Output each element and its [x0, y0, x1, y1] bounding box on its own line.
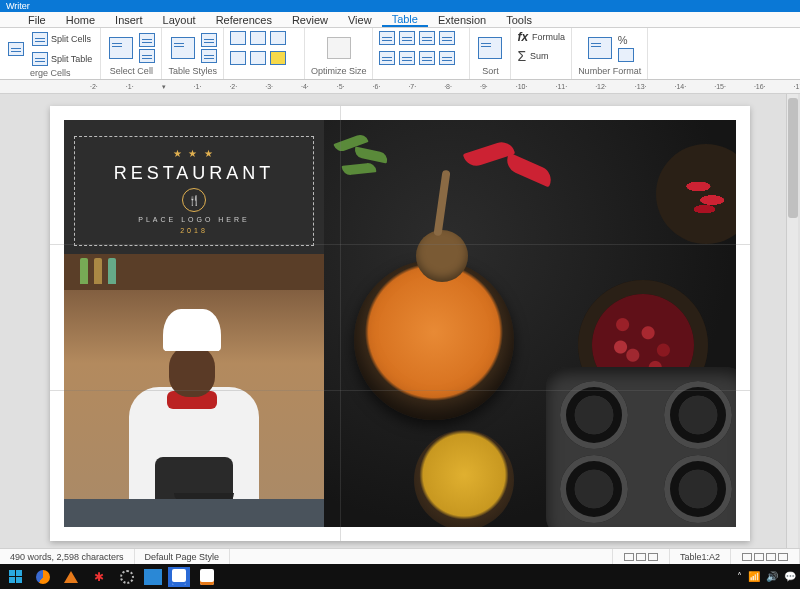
logo-stars: ★ ★ ★ [173, 148, 216, 159]
table-gridline [340, 106, 341, 541]
status-bar: 490 words, 2,598 characters Default Page… [0, 548, 800, 564]
taskbar-app-red[interactable]: ✱ [88, 567, 110, 587]
scrollbar-thumb[interactable] [788, 98, 798, 218]
align-mr-button[interactable] [419, 51, 435, 65]
merge-cells-label: erge Cells [30, 68, 71, 78]
taskbar-firefox[interactable] [32, 567, 54, 587]
menu-view[interactable]: View [338, 14, 382, 26]
formula-button[interactable]: fxFormula [517, 30, 565, 44]
table-gridline [50, 244, 750, 245]
style-opt-2[interactable] [201, 49, 217, 63]
wooden-scoop-icon [416, 230, 468, 282]
taskbar-settings[interactable] [116, 567, 138, 587]
table-styles-button[interactable] [169, 35, 197, 61]
system-tray: ˄ 📶 🔊 💬 [737, 571, 796, 582]
group-borders [224, 28, 305, 79]
split-cells-button[interactable]: Split Cells [30, 30, 94, 48]
tray-notifications-icon[interactable]: 💬 [784, 571, 796, 582]
menu-file[interactable]: File [18, 14, 56, 26]
table-gridline [50, 390, 750, 391]
group-merge: Split Cells Split Table erge Cells [0, 28, 101, 79]
align-tl-button[interactable] [379, 31, 395, 45]
page[interactable]: ★ ★ ★ RESTAURANT 🍴 PLACE LOGO HERE 2018 [50, 106, 750, 541]
optimize-size-button[interactable] [325, 35, 353, 61]
border-style-button[interactable] [250, 51, 266, 65]
taskbar-impress[interactable] [196, 567, 218, 587]
status-view-buttons[interactable] [613, 549, 670, 564]
align-j-button[interactable] [439, 31, 455, 45]
group-select: Select Cell [101, 28, 162, 79]
taskbar: ✱ ˄ 📶 🔊 💬 [0, 564, 800, 589]
start-button[interactable] [4, 567, 26, 587]
select-column-button[interactable] [139, 49, 155, 63]
status-cell-ref[interactable]: Table1:A2 [670, 549, 731, 564]
tray-volume-icon[interactable]: 🔊 [766, 571, 778, 582]
menu-extension[interactable]: Extension [428, 14, 496, 26]
ingredients-image[interactable] [324, 120, 736, 527]
align-ml-button[interactable] [379, 51, 395, 65]
sum-button[interactable]: ΣSum [517, 48, 548, 64]
vertical-scrollbar[interactable] [786, 94, 798, 548]
menu-references[interactable]: References [206, 14, 282, 26]
status-word-count[interactable]: 490 words, 2,598 characters [0, 549, 135, 564]
border-none-button[interactable] [270, 31, 286, 45]
group-table-styles: Table Styles [162, 28, 224, 79]
lentils-bowl-icon [354, 260, 514, 420]
menu-tools[interactable]: Tools [496, 14, 542, 26]
percent-button[interactable]: % [618, 34, 634, 46]
number-format-button[interactable] [586, 35, 614, 61]
select-cell-label: Select Cell [110, 66, 153, 76]
status-page-style[interactable]: Default Page Style [135, 549, 231, 564]
group-number-format: % Number Format [572, 28, 648, 79]
group-formula: fxFormula ΣSum [511, 28, 572, 79]
logo-placeholder[interactable]: ★ ★ ★ RESTAURANT 🍴 PLACE LOGO HERE 2018 [74, 136, 314, 246]
merge-cells-button[interactable] [6, 40, 26, 58]
group-optimize: Optimize Size [305, 28, 374, 79]
menu-table[interactable]: Table [382, 13, 428, 27]
ribbon-table: Split Cells Split Table erge Cells Selec… [0, 28, 800, 80]
style-opt-1[interactable] [201, 33, 217, 47]
border-inner-button[interactable] [250, 31, 266, 45]
logo-name: RESTAURANT [114, 163, 275, 184]
date-format-button[interactable] [618, 48, 634, 62]
app-title: Writer [6, 1, 30, 11]
menu-home[interactable]: Home [56, 14, 105, 26]
group-sort: Sort [470, 28, 511, 79]
menu-insert[interactable]: Insert [105, 14, 153, 26]
taskbar-app-blue[interactable] [144, 569, 162, 585]
shading-button[interactable] [230, 51, 246, 65]
turmeric-bowl-icon [414, 430, 514, 527]
select-cell-button[interactable] [107, 35, 135, 61]
sort-button[interactable] [476, 35, 504, 61]
logo-sub: PLACE LOGO HERE [138, 216, 250, 223]
left-column: ★ ★ ★ RESTAURANT 🍴 PLACE LOGO HERE 2018 [64, 120, 324, 527]
menu-layout[interactable]: Layout [153, 14, 206, 26]
utensils-icon: 🍴 [182, 188, 206, 212]
tray-up-icon[interactable]: ˄ [737, 571, 742, 582]
sort-label: Sort [482, 66, 499, 76]
split-table-button[interactable]: Split Table [30, 50, 94, 68]
logo-year: 2018 [180, 227, 208, 234]
muffin-tray-icon [546, 367, 736, 527]
group-align [373, 28, 470, 79]
border-outer-button[interactable] [230, 31, 246, 45]
herbs-icon [328, 130, 418, 210]
align-mc-button[interactable] [399, 51, 415, 65]
document-canvas: ★ ★ ★ RESTAURANT 🍴 PLACE LOGO HERE 2018 [0, 94, 800, 548]
align-mj-button[interactable] [439, 51, 455, 65]
number-format-label: Number Format [578, 66, 641, 76]
taskbar-writer[interactable] [168, 567, 190, 587]
select-row-button[interactable] [139, 33, 155, 47]
horizontal-ruler[interactable]: ·2··1·▾·1··2··3··4··5··6··7··8··9··10··1… [0, 80, 800, 94]
align-tr-button[interactable] [419, 31, 435, 45]
menu-review[interactable]: Review [282, 14, 338, 26]
optimize-size-label: Optimize Size [311, 66, 367, 76]
menu-bar: File Home Insert Layout References Revie… [0, 12, 800, 28]
taskbar-vlc[interactable] [60, 567, 82, 587]
border-color-button[interactable] [270, 51, 286, 65]
tray-network-icon[interactable]: 📶 [748, 571, 760, 582]
align-tc-button[interactable] [399, 31, 415, 45]
title-bar: Writer [0, 0, 800, 12]
table-styles-label: Table Styles [168, 66, 217, 76]
status-layout-buttons[interactable] [731, 549, 800, 564]
